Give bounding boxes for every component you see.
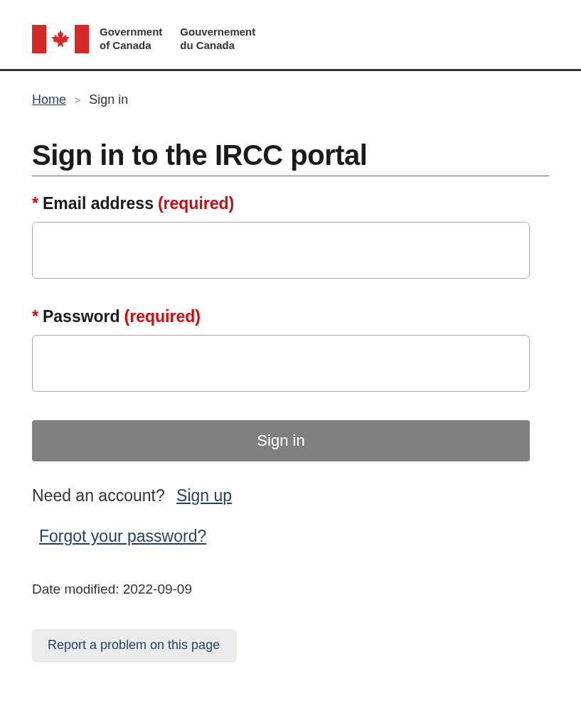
required-asterisk: * bbox=[32, 194, 38, 213]
gov-text-en-line2: of Canada bbox=[100, 39, 162, 53]
main-content: Home > Sign in Sign in to the IRCC porta… bbox=[0, 71, 581, 682]
page-title: Sign in to the IRCC portal bbox=[32, 139, 549, 176]
required-indicator: (required) bbox=[158, 194, 234, 213]
page-header: Government of Canada Gouvernement du Can… bbox=[0, 0, 581, 69]
flag-red-bar-left bbox=[32, 25, 46, 53]
forgot-password-link[interactable]: Forgot your password? bbox=[39, 527, 206, 546]
breadcrumb-separator: > bbox=[75, 95, 80, 106]
signin-button[interactable]: Sign in bbox=[32, 420, 530, 461]
canada-flag-logo bbox=[32, 25, 89, 53]
date-modified: Date modified: 2022-09-09 bbox=[32, 582, 549, 597]
required-indicator: (required) bbox=[124, 307, 201, 326]
password-input[interactable] bbox=[32, 335, 530, 392]
email-input[interactable] bbox=[32, 222, 530, 279]
gov-text-fr-line2: du Canada bbox=[180, 39, 255, 53]
email-label-text: Email address bbox=[43, 194, 154, 213]
report-problem-button[interactable]: Report a problem on this page bbox=[32, 629, 235, 661]
breadcrumb: Home > Sign in bbox=[32, 92, 549, 107]
breadcrumb-current: Sign in bbox=[89, 92, 128, 107]
flag-maple-leaf bbox=[46, 25, 75, 53]
password-label-text: Password bbox=[43, 307, 120, 326]
email-field-group: * Email address (required) bbox=[32, 194, 549, 279]
breadcrumb-home-link[interactable]: Home bbox=[32, 92, 66, 107]
date-modified-label: Date modified: bbox=[32, 582, 119, 596]
password-field-group: * Password (required) bbox=[32, 307, 549, 392]
password-label: * Password (required) bbox=[32, 307, 549, 326]
sign-up-link[interactable]: Sign up bbox=[176, 486, 232, 505]
required-asterisk: * bbox=[32, 307, 38, 326]
government-wordmark: Government of Canada Gouvernement du Can… bbox=[100, 26, 255, 53]
email-label: * Email address (required) bbox=[32, 194, 549, 213]
gov-text-fr-line1: Gouvernement bbox=[180, 26, 255, 39]
gov-text-en-line1: Government bbox=[100, 26, 162, 39]
need-account-row: Need an account? Sign up bbox=[32, 486, 549, 505]
flag-red-bar-right bbox=[75, 25, 89, 53]
need-account-text: Need an account? bbox=[32, 486, 165, 505]
date-modified-value: 2022-09-09 bbox=[123, 582, 192, 596]
